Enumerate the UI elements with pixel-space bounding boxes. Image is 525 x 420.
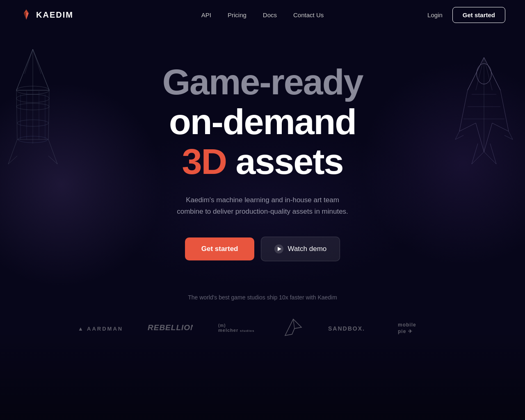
bottom-section bbox=[0, 330, 525, 420]
nav-link-docs[interactable]: Docs bbox=[263, 11, 277, 18]
nav-link-api[interactable]: API bbox=[201, 11, 211, 18]
hero-section: Game-ready on-demand 3D assets Kaedim's … bbox=[0, 30, 525, 294]
logo[interactable]: KAEDIM bbox=[20, 8, 73, 21]
hero-buttons: Get started Watch demo bbox=[185, 237, 340, 261]
hero-subtitle-line2: combine to deliver production-quality as… bbox=[177, 208, 348, 215]
nav-link-pricing[interactable]: Pricing bbox=[228, 11, 247, 18]
play-icon bbox=[274, 244, 283, 253]
nav-links: API Pricing Docs Contact Us bbox=[201, 11, 324, 18]
watch-demo-button[interactable]: Watch demo bbox=[261, 237, 340, 261]
login-button[interactable]: Login bbox=[427, 11, 443, 18]
logo-text: KAEDIM bbox=[36, 10, 73, 20]
svg-text:(m): (m) bbox=[218, 323, 226, 328]
hero-assets-text: assets bbox=[226, 141, 343, 182]
navbar: KAEDIM API Pricing Docs Contact Us Login… bbox=[0, 0, 525, 30]
hero-get-started-button[interactable]: Get started bbox=[185, 237, 255, 260]
logos-tagline: The world's best game studios ship 10x f… bbox=[188, 294, 337, 301]
logo-icon bbox=[20, 8, 33, 21]
hero-title: Game-ready on-demand 3D assets bbox=[162, 62, 363, 181]
hero-subtitle-line1: Kaedim's machine learning and in-house a… bbox=[186, 196, 339, 204]
hero-line1: Game-ready bbox=[162, 62, 363, 102]
svg-text:mobile: mobile bbox=[398, 322, 416, 328]
play-triangle bbox=[278, 247, 281, 251]
nav-get-started-button[interactable]: Get started bbox=[452, 7, 505, 23]
hero-line2: on-demand bbox=[162, 102, 363, 142]
hero-3d-text: 3D bbox=[182, 141, 227, 182]
hero-subtitle: Kaedim's machine learning and in-house a… bbox=[177, 194, 348, 217]
nav-link-contact[interactable]: Contact Us bbox=[293, 11, 324, 18]
watch-demo-label: Watch demo bbox=[288, 245, 326, 253]
nav-actions: Login Get started bbox=[427, 7, 505, 23]
hero-line3: 3D assets bbox=[162, 142, 363, 182]
